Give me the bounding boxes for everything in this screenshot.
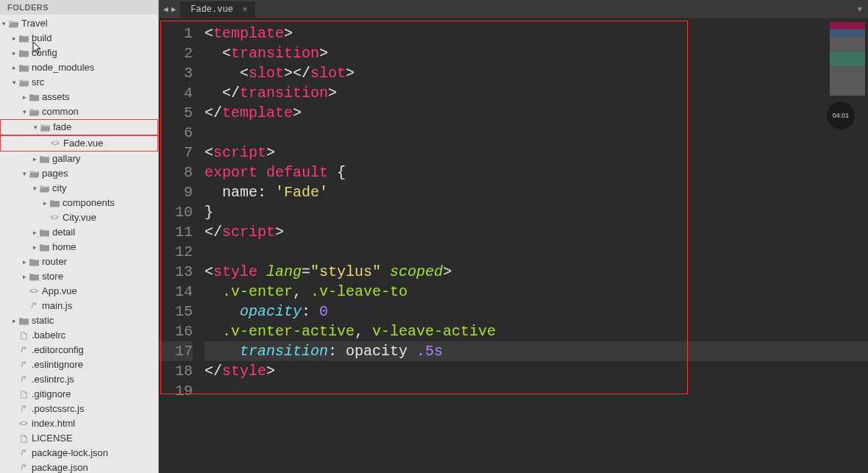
expand-arrow-icon: ▾ [10, 76, 18, 89]
folder-icon [18, 35, 29, 43]
nav-arrows[interactable]: ◀ ▶ [159, 4, 180, 14]
tree-item-label: .postcssrc.js [32, 402, 85, 416]
back-icon[interactable]: ◀ [163, 4, 168, 14]
tree-item-label: detail [52, 226, 75, 239]
tree-item-label: App.vue [42, 285, 77, 298]
folder-icon [38, 155, 50, 163]
tree-item[interactable]: ▸detail [0, 225, 158, 240]
tree-item-label: main.js [42, 299, 72, 313]
expand-arrow-icon: ▾ [21, 105, 28, 118]
tree-item[interactable]: ▸home [0, 240, 158, 255]
expand-arrow-icon: ▸ [21, 90, 28, 104]
tree-item-label: fade [53, 121, 71, 134]
expand-arrow-icon: ▾ [21, 167, 28, 180]
js-icon: /* [18, 373, 29, 386]
tree-item-label: node_modules [32, 61, 94, 74]
tree-item-label: config [32, 46, 57, 60]
tree-item-label: router [42, 255, 67, 268]
expand-arrow-icon: ▾ [32, 121, 39, 134]
expand-arrow-icon: ▸ [10, 32, 18, 45]
folder-icon [28, 258, 40, 266]
code-icon: <> [49, 137, 61, 150]
tree-item-label: LICENSE [32, 432, 73, 445]
tree-item-label: package-lock.json [32, 447, 108, 460]
tree-item-label: src [32, 76, 44, 89]
tree-item[interactable]: ▸router [0, 255, 158, 269]
folder-open-icon [7, 20, 19, 28]
code-content[interactable]: <template> <transition> <slot></slot> </… [202, 19, 868, 473]
forward-icon[interactable]: ▶ [171, 4, 177, 14]
tree-item-label: city [52, 182, 67, 195]
tree-item[interactable]: ▾pages [0, 166, 158, 181]
tree-item-label: package.json [32, 461, 88, 473]
tree-item[interactable]: ▾city [0, 181, 158, 196]
tree-item[interactable]: ▾Travel [0, 16, 158, 31]
tree-item[interactable]: ▾src [0, 75, 158, 90]
tree-item-label: store [42, 270, 63, 283]
tree-item-label: gallary [52, 152, 80, 166]
tree-item[interactable]: ▸build [0, 31, 158, 46]
tree-item-label: index.html [32, 417, 75, 430]
tree-item[interactable]: /*package-lock.json [0, 446, 158, 460]
tree-item-label: Travel [21, 17, 48, 30]
js-icon: /* [18, 447, 29, 460]
expand-arrow-icon: ▸ [41, 196, 49, 210]
folder-tree: ▾Travel▸build▸config▸node_modules▾src▸as… [0, 15, 158, 473]
tree-item[interactable]: /*.editorconfig [0, 343, 158, 358]
tree-item-label: assets [42, 90, 70, 104]
expand-arrow-icon: ▸ [10, 314, 18, 327]
tree-item[interactable]: LICENSE [0, 431, 158, 446]
expand-arrow-icon: ▸ [31, 226, 38, 239]
tree-item-label: City.vue [63, 211, 96, 224]
expand-arrow-icon: ▾ [31, 182, 38, 195]
tree-item[interactable]: ▸components [0, 196, 158, 210]
tab-bar: ◀ ▶ Fade.vue × ▼ [159, 0, 868, 19]
tree-item[interactable]: ▾common [0, 104, 158, 119]
code-icon: <> [18, 417, 29, 430]
tree-item[interactable]: /*.eslintignore [0, 358, 158, 372]
tree-item[interactable]: <>Fade.vue [0, 135, 158, 152]
file-icon [18, 391, 29, 399]
expand-arrow-icon: ▾ [0, 17, 7, 30]
tab-fade-vue[interactable]: Fade.vue × [180, 1, 255, 18]
folder-open-icon [39, 124, 51, 132]
folder-icon [18, 317, 29, 325]
tree-item-label: .eslintignore [32, 358, 83, 371]
js-icon: /* [18, 344, 29, 357]
tree-item[interactable]: ▸store [0, 269, 158, 284]
tree-item[interactable]: <>App.vue [0, 284, 158, 299]
tree-item[interactable]: /*.eslintrc.js [0, 372, 158, 387]
folder-icon [49, 199, 60, 207]
tree-item[interactable]: ▾fade [0, 119, 158, 135]
tree-item[interactable]: ▸gallary [0, 152, 158, 166]
editor-area: ◀ ▶ Fade.vue × ▼ 12345678910111213141516… [159, 0, 868, 473]
expand-arrow-icon: ▸ [21, 255, 28, 268]
tree-item-label: common [42, 105, 79, 118]
tree-item[interactable]: /*package.json [0, 460, 158, 473]
tree-item-label: static [32, 314, 54, 327]
js-icon: /* [18, 461, 29, 473]
file-icon [18, 435, 29, 443]
folder-icon [38, 243, 50, 252]
minimap[interactable] [830, 22, 865, 96]
line-gutter: 12345678910111213141516171819 [159, 19, 202, 473]
close-icon[interactable]: × [242, 4, 248, 15]
tree-item[interactable]: ▸node_modules [0, 60, 158, 75]
sidebar: FOLDERS ▾Travel▸build▸config▸node_module… [0, 0, 159, 473]
expand-arrow-icon: ▸ [31, 152, 38, 166]
tree-item[interactable]: /*.postcssrc.js [0, 402, 158, 416]
tree-item-label: pages [42, 167, 68, 180]
timer-badge: 04:01 [827, 102, 855, 129]
tree-item[interactable]: ▸config [0, 46, 158, 60]
code-editor[interactable]: 12345678910111213141516171819 <template>… [159, 19, 868, 473]
tree-item[interactable]: <>City.vue [0, 210, 158, 225]
tree-item[interactable]: /*main.js [0, 299, 158, 313]
tree-item[interactable]: .babelrc [0, 328, 158, 343]
tree-item[interactable]: ▸assets [0, 90, 158, 104]
tree-item[interactable]: ▸static [0, 313, 158, 328]
tree-item-label: .babelrc [32, 329, 65, 342]
tree-item[interactable]: <>index.html [0, 416, 158, 431]
tree-item[interactable]: .gitignore [0, 387, 158, 402]
expand-arrow-icon: ▸ [10, 61, 18, 74]
tabbar-menu-icon[interactable]: ▼ [857, 5, 868, 14]
